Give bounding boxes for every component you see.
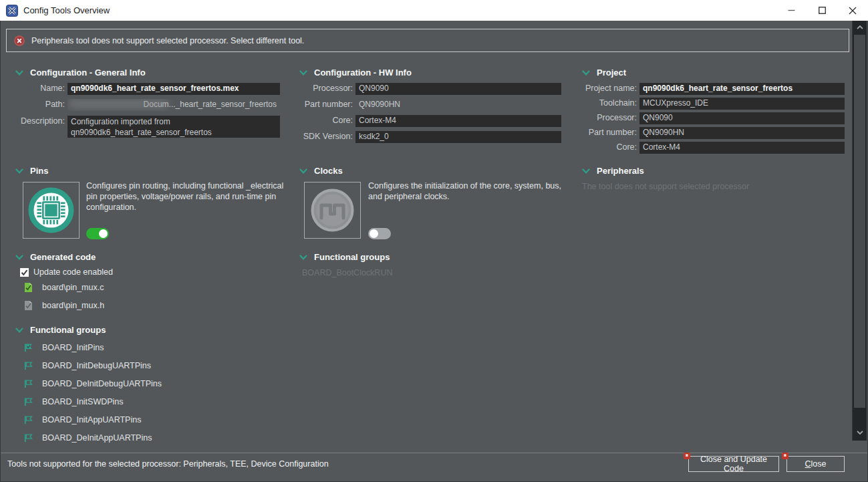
- functional-group-row: BOARD_DeInitDebugUARTPins: [23, 378, 162, 389]
- update-code-enabled-label: Update code enabled: [33, 267, 113, 277]
- close-and-update-code-button[interactable]: Close and Update Code: [688, 456, 779, 472]
- generated-file-name: board\pin_mux.h: [42, 301, 104, 310]
- scroll-up-button[interactable]: [853, 21, 867, 34]
- part-number-value: QN9090HN: [355, 99, 561, 111]
- functional-group-label: BOARD_DeInitAppUARTPins: [42, 433, 152, 443]
- footer-divider: [1, 453, 867, 453]
- section-title: Peripherals: [597, 166, 644, 176]
- maximize-icon: [819, 7, 826, 14]
- functional-group-label: BOARD_InitPins: [42, 343, 104, 352]
- project-processor-label: Processor:: [581, 112, 637, 122]
- path-value: Docum..._heart_rate_sensor_freertos: [67, 99, 280, 111]
- name-field[interactable]: qn9090dk6_heart_rate_sensor_freertos.mex: [67, 83, 280, 95]
- collapse-chevron-icon[interactable]: [582, 168, 590, 174]
- clocks-toggle[interactable]: [368, 228, 391, 239]
- error-banner: Peripherals tool does not support select…: [6, 29, 849, 52]
- functional-group-label: BOARD_InitDebugUARTPins: [42, 361, 151, 370]
- functional-group-item-disabled: BOARD_BootClockRUN: [302, 268, 565, 277]
- flag-outline-icon: [23, 396, 33, 407]
- collapse-chevron-icon[interactable]: [582, 70, 590, 76]
- generated-file-row: board\pin_mux.c: [23, 282, 104, 293]
- flag-outline-icon: [23, 414, 33, 425]
- flag-filled-check-icon: [23, 342, 33, 353]
- section-functional-groups-pins: Functional groups BOARD_InitPins BOARD_I…: [14, 324, 288, 451]
- section-hw-info: Configuration - HW Info Processor: QN909…: [298, 67, 561, 147]
- project-processor-field: QN9090: [639, 112, 845, 124]
- unsupported-tools-status: Tools not supported for the selected pro…: [7, 459, 329, 469]
- minimize-button[interactable]: [776, 0, 807, 21]
- collapse-chevron-icon[interactable]: [299, 168, 307, 174]
- generated-file-name: board\pin_mux.c: [42, 283, 104, 292]
- collapse-chevron-icon[interactable]: [15, 328, 23, 333]
- collapse-chevron-icon[interactable]: [15, 168, 23, 174]
- clocks-tool-button[interactable]: [304, 182, 361, 239]
- flag-outline-icon: [23, 360, 33, 371]
- collapse-chevron-icon[interactable]: [299, 70, 307, 76]
- section-project: Project Project name: qn9090dk6_heart_ra…: [581, 67, 845, 156]
- flag-outline-icon: [23, 433, 33, 443]
- processor-field: QN9090: [355, 83, 561, 95]
- error-banner-text: Peripherals tool does not support select…: [31, 36, 304, 45]
- clocks-description: Configures the initialization of the cor…: [368, 180, 569, 202]
- description-field[interactable]: Configuration imported from qn9090dk6_he…: [67, 116, 280, 138]
- collapse-chevron-icon[interactable]: [299, 255, 307, 260]
- sdk-version-label: SDK Version:: [298, 131, 353, 141]
- pins-description: Configures pin routing, including functi…: [86, 180, 287, 213]
- section-title: Pins: [30, 166, 48, 176]
- clocks-wave-icon: [305, 183, 360, 238]
- description-label: Description:: [14, 116, 65, 126]
- section-functional-groups-clocks: Functional groups BOARD_BootClockRUN: [298, 251, 565, 277]
- pins-chip-icon: [23, 183, 79, 238]
- section-pins: Pins Configures pin routing, including f…: [14, 165, 289, 247]
- project-core-field: Cortex-M4: [639, 142, 845, 154]
- project-core-label: Core:: [581, 142, 637, 152]
- vertical-scrollbar[interactable]: [852, 21, 867, 441]
- scroll-down-button[interactable]: [853, 426, 867, 439]
- minimize-icon: [788, 7, 795, 14]
- project-name-label: Project name:: [581, 83, 637, 93]
- close-button[interactable]: Close: [786, 456, 845, 472]
- flag-outline-icon: [23, 378, 33, 389]
- toggle-knob: [99, 229, 108, 238]
- chevron-down-icon: [857, 431, 863, 435]
- core-label: Core:: [298, 115, 353, 125]
- checked-checkbox-icon[interactable]: [20, 268, 29, 277]
- app-x-logo-icon: [6, 5, 18, 17]
- window-title: Config Tools Overview: [23, 5, 110, 15]
- path-label: Path:: [14, 99, 65, 109]
- config-tools-overview-dialog: Peripherals tool does not support select…: [0, 21, 868, 482]
- functional-group-label: BOARD_InitSWDPins: [42, 397, 124, 406]
- part-number-label: Part number:: [298, 99, 353, 109]
- sdk-version-field: ksdk2_0: [355, 131, 561, 143]
- section-title: Configuration - General Info: [30, 68, 146, 78]
- redacted-path-blur: [69, 100, 168, 108]
- file-check-green-icon: [23, 282, 33, 293]
- functional-group-row: BOARD_InitAppUARTPins: [23, 414, 141, 425]
- close-icon: [849, 7, 857, 15]
- toolchain-field[interactable]: MCUXpresso_IDE: [639, 98, 845, 110]
- processor-label: Processor:: [298, 83, 353, 93]
- title-bar: Config Tools Overview: [0, 0, 868, 21]
- update-code-checkbox-row: Update code enabled: [20, 267, 113, 277]
- scrollbar-thumb[interactable]: [854, 35, 865, 408]
- project-name-field[interactable]: qn9090dk6_heart_rate_sensor_freertos: [639, 83, 845, 95]
- chevron-up-icon: [857, 25, 863, 29]
- section-title: Project: [597, 68, 626, 78]
- core-field: Cortex-M4: [355, 115, 561, 127]
- section-generated-code: Generated code Update code enabled board…: [14, 251, 288, 322]
- project-part-number-field: QN9090HN: [639, 127, 845, 139]
- maximize-button[interactable]: [807, 0, 837, 21]
- collapse-chevron-icon[interactable]: [15, 255, 23, 260]
- file-check-gray-icon: [23, 300, 33, 311]
- pins-toggle[interactable]: [86, 228, 109, 239]
- functional-group-row: BOARD_DeInitAppUARTPins: [23, 433, 152, 443]
- generated-file-row: board\pin_mux.h: [23, 300, 104, 311]
- close-window-button[interactable]: [837, 0, 868, 21]
- name-label: Name:: [14, 83, 65, 93]
- section-title: Configuration - HW Info: [314, 68, 412, 78]
- pins-tool-button[interactable]: [23, 182, 80, 239]
- toggle-knob: [370, 229, 378, 238]
- functional-group-row: BOARD_InitPins: [23, 342, 104, 353]
- error-circle-icon: [14, 35, 25, 46]
- collapse-chevron-icon[interactable]: [15, 70, 23, 76]
